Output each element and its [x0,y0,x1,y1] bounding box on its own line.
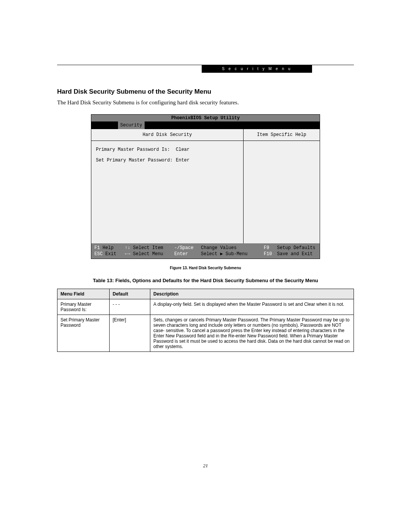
bios-tab-security: Security [118,121,145,129]
bios-row-label: Primary Master Password Is: [96,147,176,152]
section-header: S e c u r i t y M e n u [202,65,312,73]
key-space-label: Change Values [201,245,237,251]
key-f1: F1 [94,245,100,251]
th-menu-field: Menu Field [57,289,110,299]
cell-desc: A display-only field. Set is displayed w… [150,299,354,315]
cell-default: [Enter] [110,315,150,352]
th-default: Default [110,289,150,299]
key-arrows-lr: ←→ [125,251,130,257]
key-f1-label: Help [103,245,114,251]
bios-menubar: Security [91,121,320,129]
bios-screenshot: PhoenixBIOS Setup Utility Security Hard … [91,114,320,259]
key-space: -/Space [174,245,193,251]
key-arrows-ud: ↑↓ [125,245,130,251]
key-arrows-ud-label: Select Item [133,245,163,251]
bios-row-value: Clear [176,147,190,152]
key-f9: F9 [264,245,269,251]
bios-left-heading: Hard Disk Security [91,129,243,141]
cell-desc: Sets, changes or cancels Primary Master … [150,315,354,352]
cell-field: Set Primary Master Password [57,315,110,352]
th-description: Description [150,289,354,299]
page-heading: Hard Disk Security Submenu of the Securi… [57,88,354,96]
table-row: Primary Master Password Is: - - - A disp… [57,299,354,315]
key-enter-label: Select ▶ Sub-Menu [201,251,247,257]
table-caption: Table 13: Fields, Options and Defaults f… [57,278,354,283]
table-row: Set Primary Master Password [Enter] Sets… [57,315,354,352]
key-enter: Enter [174,251,188,257]
bios-row: Set Primary Master Password: Enter [96,158,239,163]
key-esc-label: Exit [105,251,116,257]
bios-right-heading: Item Specific Help [244,129,320,141]
key-f10: F10 [264,251,272,257]
bios-row-value: Enter [176,158,190,163]
intro-text: The Hard Disk Security Submenu is for co… [57,99,354,106]
key-f9-label: Setup Defaults [277,245,315,251]
cell-default: - - - [110,299,150,315]
key-f10-label: Save and Exit [277,251,313,257]
key-arrows-lr-label: Select Menu [133,251,163,257]
bios-row-label: Set Primary Master Password: [96,158,176,163]
bios-row: Primary Master Password Is: Clear [96,147,239,152]
bios-footer: F1 Help ↑↓ Select Item -/Space Change Va… [91,243,320,259]
fields-table: Menu Field Default Description Primary M… [57,289,354,352]
cell-field: Primary Master Password Is: [57,299,110,315]
page-number: 21 [0,463,411,469]
bios-title: PhoenixBIOS Setup Utility [91,115,320,121]
figure-caption: Figure 13. Hard Disk Security Submenu [57,266,354,270]
key-esc: ESC [94,251,103,257]
